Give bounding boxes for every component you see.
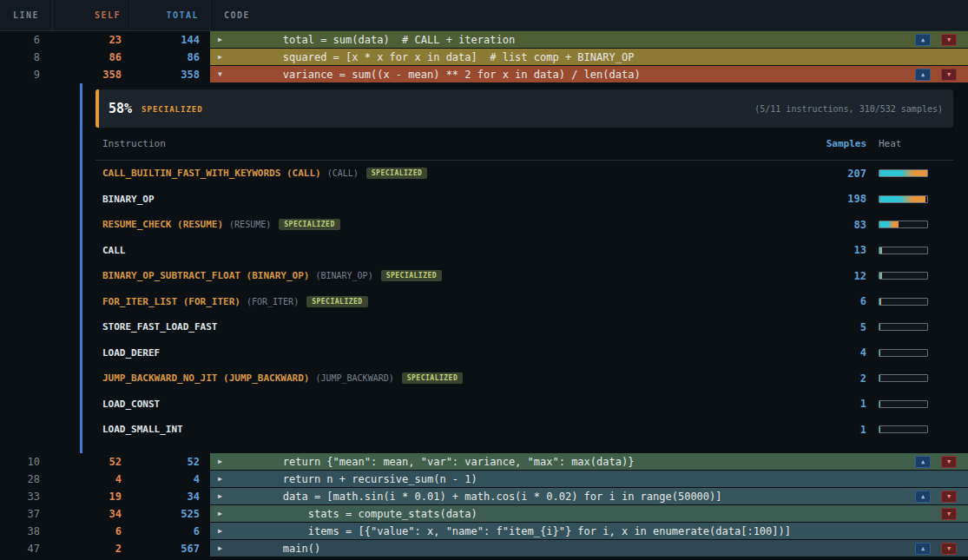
expand-triangle-icon[interactable]: ▶: [218, 527, 233, 535]
heat-bar-fill: [879, 170, 927, 176]
code-rows-above: 6 23 144 ▶ total = sum(data) # CALL + it…: [0, 31, 968, 83]
jump-down-button[interactable]: ▼: [941, 491, 957, 503]
instruction-samples: 1: [806, 398, 866, 410]
code-cell[interactable]: ▶ main() ▲ ▼: [210, 540, 968, 557]
total-samples: 525: [131, 505, 210, 523]
code-cell[interactable]: ▶ squared = [x * x for x in data] # list…: [210, 49, 968, 66]
heat-bar-track: [879, 272, 928, 280]
instruction-name: BINARY_OP_SUBTRACT_FLOAT (BINARY_OP): [102, 270, 309, 281]
code-row[interactable]: 37 34 525 ▶ stats = compute_stats(data) …: [0, 505, 968, 523]
heat-bar-track: [879, 374, 928, 382]
instruction-base-opcode: (FOR_ITER): [247, 297, 299, 306]
instruction-row: LOAD_CONST 1: [95, 392, 953, 418]
code-cell[interactable]: ▶ data = [math.sin(i * 0.01) + math.cos(…: [210, 488, 968, 505]
code-text: total = sum(data) # CALL + iteration: [233, 34, 515, 46]
heat-bar-track: [879, 425, 928, 433]
instruction-name: LOAD_CONST: [102, 399, 160, 410]
heat-bar-fill: [879, 401, 880, 407]
instruction-row: BINARY_OP_SUBTRACT_FLOAT (BINARY_OP) (BI…: [95, 263, 953, 289]
jump-down-button[interactable]: ▼: [941, 543, 957, 555]
expand-triangle-icon[interactable]: ▶: [218, 53, 233, 61]
expand-triangle-icon[interactable]: ▶: [218, 475, 233, 483]
line-number: 8: [0, 49, 53, 66]
jump-down-button[interactable]: ▼: [941, 34, 957, 46]
jump-up-button[interactable]: ▲: [915, 34, 931, 46]
expand-triangle-icon[interactable]: ▼: [218, 70, 233, 78]
code-row[interactable]: 28 4 4 ▶ return n + recursive_sum(n - 1): [0, 471, 968, 488]
heat-bar-cell: [866, 323, 953, 331]
instruction-name: CALL_BUILTIN_FAST_WITH_KEYWORDS (CALL): [102, 168, 321, 179]
instruction-base-opcode: (RESUME): [229, 220, 271, 229]
jump-down-button[interactable]: ▼: [941, 456, 957, 468]
expand-triangle-icon[interactable]: ▶: [218, 544, 233, 552]
expand-triangle-icon[interactable]: ▶: [218, 458, 233, 465]
line-number: 6: [0, 31, 53, 49]
jump-up-button[interactable]: ▲: [915, 543, 931, 555]
instruction-samples: 207: [806, 168, 866, 180]
total-samples: 358: [131, 66, 210, 83]
instruction-row: FOR_ITER_LIST (FOR_ITER) (FOR_ITER) SPEC…: [95, 289, 953, 315]
instruction-row: CALL_BUILTIN_FAST_WITH_KEYWORDS (CALL) (…: [95, 161, 953, 187]
code-row[interactable]: 6 23 144 ▶ total = sum(data) # CALL + it…: [0, 31, 968, 49]
heat-bar-cell: [866, 349, 953, 357]
instruction-name: CALL: [102, 245, 126, 256]
instruction-row: LOAD_DEREF 4: [95, 340, 953, 366]
self-samples: 19: [53, 488, 131, 505]
expand-triangle-icon[interactable]: ▶: [218, 510, 233, 517]
bytecode-profiler-view: LINE SELF TOTAL CODE 6 23 144 ▶ total = …: [0, 0, 968, 557]
code-row[interactable]: 10 52 52 ▶ return {"mean": mean, "var": …: [0, 453, 968, 471]
specialized-badge: SPECIALIZED: [306, 296, 367, 307]
code-row[interactable]: 9 358 358 ▼ variance = sum((x - mean) **…: [0, 66, 968, 83]
instruction-name: LOAD_DEREF: [102, 347, 160, 359]
line-number: 9: [0, 66, 53, 83]
code-row[interactable]: 38 6 6 ▶ items = [{"value": x, "name": f…: [0, 523, 968, 540]
expand-triangle-icon[interactable]: ▶: [218, 36, 233, 43]
code-text: return {"mean": mean, "var": variance, "…: [233, 456, 634, 468]
jump-down-button[interactable]: ▼: [941, 508, 957, 520]
code-row[interactable]: 33 19 34 ▶ data = [math.sin(i * 0.01) + …: [0, 488, 968, 505]
heat-bar-cell: [866, 247, 953, 254]
jump-up-button[interactable]: ▲: [915, 456, 931, 468]
code-cell[interactable]: ▼ variance = sum((x - mean) ** 2 for x i…: [210, 66, 968, 83]
heat-bar-track: [879, 349, 928, 357]
heat-bar-fill: [879, 375, 880, 381]
heat-bar-cell: [866, 298, 953, 306]
code-cell[interactable]: ▶ items = [{"value": x, "name": f"item_{…: [210, 523, 968, 540]
instruction-samples: 13: [806, 244, 866, 256]
col-header-code: CODE: [210, 0, 968, 30]
panel-indent: [0, 83, 80, 453]
heat-bar-fill: [879, 426, 880, 432]
self-samples: 52: [53, 453, 131, 471]
code-row[interactable]: 47 2 567 ▶ main() ▲ ▼: [0, 540, 968, 557]
total-samples: 52: [131, 453, 210, 471]
heat-bar-cell: [866, 374, 953, 382]
code-text: return n + recursive_sum(n - 1): [233, 473, 477, 485]
jump-up-button[interactable]: ▲: [915, 491, 931, 503]
heat-bar-track: [879, 298, 928, 306]
specialized-badge: SPECIALIZED: [402, 372, 463, 384]
instruction-row: RESUME_CHECK (RESUME) (RESUME) SPECIALIZ…: [95, 212, 953, 238]
instruction-samples: 12: [806, 270, 866, 282]
code-text: data = [math.sin(i * 0.01) + math.cos(i …: [233, 491, 722, 503]
col-header-total: TOTAL: [131, 0, 210, 30]
heat-bar-cell: [866, 272, 953, 280]
specialized-badge: SPECIALIZED: [381, 270, 442, 281]
self-samples: 23: [53, 31, 131, 49]
total-samples: 567: [131, 540, 210, 557]
specialization-panel: 58% SPECIALIZED (5/11 instructions, 310/…: [0, 83, 968, 453]
code-cell[interactable]: ▶ return {"mean": mean, "var": variance,…: [210, 453, 968, 471]
line-number: 47: [0, 540, 53, 557]
code-row[interactable]: 8 86 86 ▶ squared = [x * x for x in data…: [0, 49, 968, 66]
instruction-samples: 4: [806, 346, 866, 359]
code-cell[interactable]: ▶ return n + recursive_sum(n - 1): [210, 471, 968, 488]
specialized-badge: SPECIALIZED: [279, 219, 339, 230]
heat-bar-track: [879, 400, 928, 408]
code-cell[interactable]: ▶ stats = compute_stats(data) ▼: [210, 505, 968, 523]
instruction-rows: CALL_BUILTIN_FAST_WITH_KEYWORDS (CALL) (…: [95, 161, 953, 443]
code-cell[interactable]: ▶ total = sum(data) # CALL + iteration ▲…: [210, 31, 968, 49]
line-number: 37: [0, 505, 53, 523]
jump-up-button[interactable]: ▲: [915, 69, 931, 81]
instruction-samples: 6: [806, 295, 866, 307]
expand-triangle-icon[interactable]: ▶: [218, 492, 233, 500]
jump-down-button[interactable]: ▼: [941, 69, 957, 81]
